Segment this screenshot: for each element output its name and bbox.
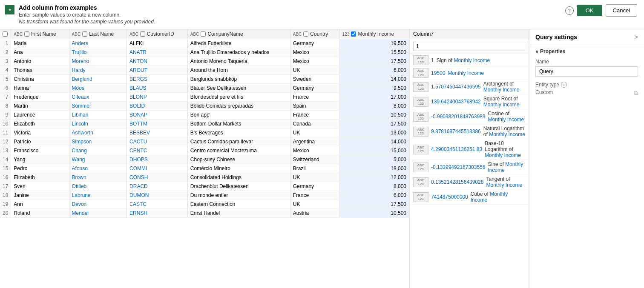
cell-last-name: Moos bbox=[69, 84, 126, 93]
cell-customer-id: BLONP bbox=[127, 93, 188, 102]
cancel-button[interactable]: Cancel bbox=[606, 4, 637, 17]
cell-first-name: Janine bbox=[11, 191, 69, 200]
cell-last-name: Devon bbox=[69, 200, 126, 209]
suggestion-highlight: Monthly Income bbox=[483, 87, 520, 93]
properties-header[interactable]: ∨ Properties bbox=[535, 48, 638, 54]
cell-country: UK bbox=[290, 173, 339, 182]
suggestion-highlight: Monthly Income bbox=[486, 182, 522, 188]
suggestion-type-badge: ABC 123 bbox=[413, 163, 428, 172]
settings-header: Query settings > bbox=[529, 29, 644, 45]
cell-first-name: Antonio bbox=[11, 57, 69, 66]
settings-title: Query settings bbox=[535, 34, 577, 40]
row-number: 13 bbox=[0, 146, 11, 155]
suggestion-item[interactable]: ABC 123139.64240043768942Square Root of … bbox=[410, 94, 529, 109]
cell-last-name: Simpson bbox=[69, 137, 126, 146]
cell-first-name: Roland bbox=[11, 209, 69, 218]
table-row: 1MariaAndersALFKIAlfreds FutterkisteGerm… bbox=[0, 39, 409, 48]
cell-first-name: Ann bbox=[11, 200, 69, 209]
suggestion-item[interactable]: ABC 12319500Monthly Income bbox=[410, 67, 529, 80]
cell-country: UK bbox=[290, 200, 339, 209]
cell-company-name: Cactus Comidas para llevar bbox=[187, 137, 290, 146]
suggestion-value: 1.5707450447436595 bbox=[431, 84, 481, 90]
cell-first-name: Frédérique bbox=[11, 93, 69, 102]
cell-customer-id: BESBEV bbox=[127, 128, 188, 137]
suggestion-item[interactable]: ABC 1231.5707450447436595Arctangent of M… bbox=[410, 80, 529, 94]
cell-last-name: Labrune bbox=[69, 191, 126, 200]
header-left: ✦ Add column from examples Enter sample … bbox=[5, 4, 155, 25]
cell-monthly-income: 8,000 bbox=[339, 182, 409, 191]
settings-expand-icon[interactable]: > bbox=[635, 34, 638, 40]
cell-customer-id: ERNSH bbox=[127, 209, 188, 218]
cell-country: France bbox=[290, 191, 339, 200]
cell-country: Germany bbox=[290, 39, 339, 48]
cell-first-name: Elizabeth bbox=[11, 173, 69, 182]
cell-customer-id: BOTTM bbox=[127, 120, 188, 128]
row-number: 9 bbox=[0, 111, 11, 120]
cell-monthly-income: 18,000 bbox=[339, 164, 409, 173]
cell-country: Germany bbox=[290, 84, 339, 93]
cell-customer-id: CENTC bbox=[127, 146, 188, 155]
cell-last-name: Chang bbox=[69, 146, 126, 155]
row-number: 7 bbox=[0, 93, 11, 102]
cell-country: France bbox=[290, 111, 339, 120]
suggestion-item[interactable]: ABC 123-0.13399492167303556Sine of Month… bbox=[410, 160, 529, 175]
suggestion-item[interactable]: ABC 1239.8781697445518386Natural Logarit… bbox=[410, 124, 529, 139]
cell-first-name: Hanna bbox=[11, 84, 69, 93]
cell-first-name: Elizabeth bbox=[11, 120, 69, 128]
cell-country: Germany bbox=[290, 182, 339, 191]
data-table: ABC First Name ABC Last Name bbox=[0, 29, 409, 218]
cell-first-name: Christina bbox=[11, 75, 69, 84]
row-number: 17 bbox=[0, 182, 11, 191]
header-right: ? OK Cancel bbox=[565, 4, 637, 17]
suggestion-highlight: Monthly Income bbox=[454, 57, 490, 63]
col-country-checkbox[interactable] bbox=[303, 31, 308, 37]
cell-first-name: Laurence bbox=[11, 111, 69, 120]
cell-last-name: Sommer bbox=[69, 102, 126, 111]
cell-monthly-income: 9,500 bbox=[339, 84, 409, 93]
col-first-name-checkbox[interactable] bbox=[24, 31, 29, 37]
col-first-name: ABC First Name bbox=[11, 29, 69, 39]
row-number: 1 bbox=[0, 39, 11, 48]
cell-monthly-income: 6,000 bbox=[339, 191, 409, 200]
select-all-checkbox[interactable] bbox=[3, 31, 8, 37]
properties-label: Properties bbox=[540, 48, 565, 54]
col-monthly-income-checkbox[interactable] bbox=[351, 31, 356, 37]
dialog-subtitle: Enter sample values to create a new colu… bbox=[19, 12, 155, 18]
row-number: 8 bbox=[0, 102, 11, 111]
cell-last-name: Brown bbox=[69, 173, 126, 182]
ok-button[interactable]: OK bbox=[577, 5, 602, 16]
column7-input[interactable] bbox=[413, 42, 525, 51]
cell-country: Austria bbox=[290, 209, 339, 218]
cell-monthly-income: 6,000 bbox=[339, 66, 409, 75]
cell-last-name: Afonso bbox=[69, 164, 126, 173]
copy-icon[interactable]: ⧉ bbox=[634, 89, 638, 97]
cell-first-name: Martin bbox=[11, 102, 69, 111]
suggestion-item[interactable]: ABC 1230.13521428156439028Tangent of Mon… bbox=[410, 175, 529, 190]
suggestion-value: -0.13399492167303556 bbox=[431, 164, 485, 170]
help-icon[interactable]: ? bbox=[565, 6, 574, 15]
col-last-name-checkbox[interactable] bbox=[82, 31, 87, 37]
cell-last-name: Libihan bbox=[69, 111, 126, 120]
table-row: 14YangWangDHOPSChop-suey ChineseSwitzerl… bbox=[0, 155, 409, 164]
suggestion-item[interactable]: ABC 1231Sign of Monthly Income bbox=[410, 54, 529, 67]
cell-first-name: Pedro bbox=[11, 164, 69, 173]
suggestion-value: 7414875000000 bbox=[431, 194, 468, 200]
cell-company-name: B's Beverages bbox=[187, 128, 290, 137]
cell-company-name: Du monde entier bbox=[187, 191, 290, 200]
col-companyname-checkbox[interactable] bbox=[201, 31, 206, 37]
table-area[interactable]: ABC First Name ABC Last Name bbox=[0, 29, 410, 288]
col-customerid-checkbox[interactable] bbox=[140, 31, 145, 37]
cell-monthly-income: 14,000 bbox=[339, 137, 409, 146]
table-row: 13FransciscoChangCENTCCentro comercial M… bbox=[0, 146, 409, 155]
row-number: 5 bbox=[0, 75, 11, 84]
row-number: 15 bbox=[0, 164, 11, 173]
cell-company-name: Blondesddsl pére et fils bbox=[187, 93, 290, 102]
name-field-input[interactable] bbox=[535, 66, 638, 77]
suggestion-value: 9.8781697445518386 bbox=[431, 128, 481, 134]
suggestion-item[interactable]: ABC 123-0.99098201848763989Cosine of Mon… bbox=[410, 109, 529, 124]
suggestion-item[interactable]: ABC 1237414875000000Cube of Monthly Inco… bbox=[410, 190, 529, 205]
suggestion-item[interactable]: ABC 1234.29003461136251 83Base-10 Logari… bbox=[410, 139, 529, 160]
cell-customer-id: EASTC bbox=[127, 200, 188, 209]
suggestion-highlight: Monthly Income bbox=[471, 191, 508, 203]
table-row: 3AntonioMorenoANTONAntonio Moreno Taquer… bbox=[0, 57, 409, 66]
